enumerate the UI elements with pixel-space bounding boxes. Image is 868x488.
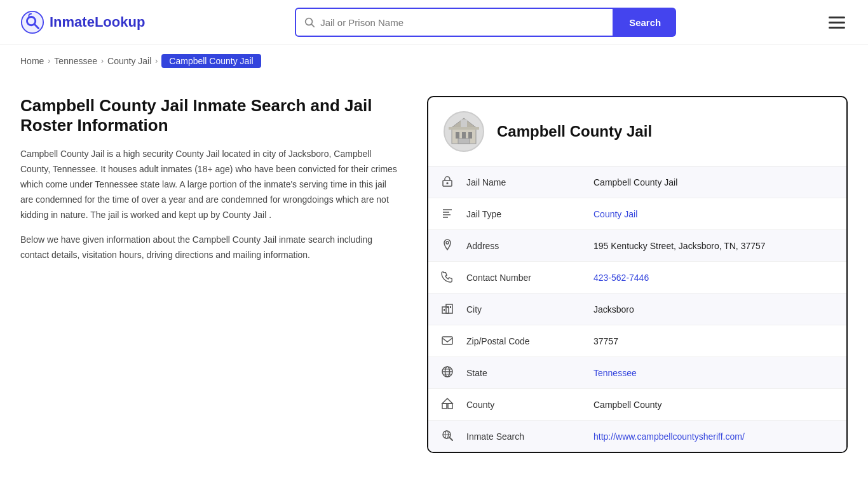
- svg-rect-11: [461, 119, 467, 128]
- svg-line-4: [311, 24, 314, 27]
- svg-rect-6: [456, 132, 459, 139]
- breadcrumb-chevron-1: ›: [48, 57, 50, 65]
- svg-rect-23: [447, 306, 449, 308]
- svg-point-0: [22, 11, 43, 33]
- breadcrumb: Home › Tennessee › County Jail › Campbel…: [0, 45, 868, 77]
- county-icon: [428, 389, 454, 421]
- svg-rect-31: [442, 403, 447, 409]
- jail-icon: [428, 166, 454, 198]
- svg-rect-12: [449, 127, 479, 130]
- logo-text: InmateLookup: [50, 14, 145, 30]
- table-row: CityJacksboro: [428, 294, 846, 325]
- table-label: Zip/Postal Code: [454, 325, 581, 357]
- list-icon: [428, 198, 454, 230]
- phone-icon: [428, 262, 454, 294]
- hamburger-line-1: [829, 17, 845, 18]
- info-table: Jail NameCampbell County JailJail TypeCo…: [428, 166, 846, 452]
- table-value[interactable]: Tennessee: [581, 357, 846, 389]
- breadcrumb-jail-type[interactable]: County Jail: [107, 56, 151, 66]
- info-card: Campbell County Jail Jail NameCampbell C…: [427, 96, 848, 453]
- search-input[interactable]: [320, 17, 605, 28]
- svg-line-37: [450, 438, 453, 441]
- main-content: Campbell County Jail Inmate Search and J…: [0, 77, 868, 478]
- hamburger-menu[interactable]: [826, 14, 848, 31]
- table-row: Inmate Searchhttp://www.campbellcountysh…: [428, 421, 846, 452]
- mail-icon: [428, 325, 454, 357]
- search-globe-icon: [428, 421, 454, 452]
- city-icon: [428, 294, 454, 325]
- logo[interactable]: InmateLookup: [20, 10, 145, 34]
- page-description-2: Below we have given information about th…: [20, 233, 402, 263]
- table-value[interactable]: 423-562-7446: [581, 262, 846, 294]
- table-row: Address195 Kentucky Street, Jacksboro, T…: [428, 230, 846, 262]
- search-icon: [304, 17, 315, 28]
- page-description-1: Campbell County Jail is a high security …: [20, 147, 402, 222]
- breadcrumb-state[interactable]: Tennessee: [54, 56, 97, 66]
- hamburger-line-3: [829, 27, 845, 29]
- pin-icon: [428, 230, 454, 262]
- table-label: Jail Type: [454, 198, 581, 230]
- info-card-title: Campbell County Jail: [497, 123, 652, 140]
- table-value: Campbell County Jail: [581, 166, 846, 198]
- table-row: Jail TypeCounty Jail: [428, 198, 846, 230]
- table-value: 37757: [581, 325, 846, 357]
- table-row: Jail NameCampbell County Jail: [428, 166, 846, 198]
- svg-marker-33: [442, 398, 452, 403]
- left-column: Campbell County Jail Inmate Search and J…: [20, 96, 427, 453]
- svg-point-19: [446, 241, 449, 244]
- table-value[interactable]: http://www.campbellcountysheriff.com/: [581, 421, 846, 452]
- table-label: Contact Number: [454, 262, 581, 294]
- table-value: 195 Kentucky Street, Jacksboro, TN, 3775…: [581, 230, 846, 262]
- table-value[interactable]: County Jail: [581, 198, 846, 230]
- svg-rect-7: [462, 132, 466, 139]
- page-title: Campbell County Jail Inmate Search and J…: [20, 96, 402, 135]
- table-value: Campbell County: [581, 389, 846, 421]
- svg-rect-14: [447, 182, 449, 184]
- header: InmateLookup Search: [0, 0, 868, 45]
- table-label: Jail Name: [454, 166, 581, 198]
- svg-rect-32: [448, 403, 452, 409]
- hamburger-line-2: [829, 22, 845, 24]
- table-row: Zip/Postal Code37757: [428, 325, 846, 357]
- svg-rect-24: [450, 306, 451, 308]
- info-card-header: Campbell County Jail: [428, 97, 846, 166]
- table-label: Address: [454, 230, 581, 262]
- right-column: Campbell County Jail Jail NameCampbell C…: [427, 96, 848, 453]
- table-label: State: [454, 357, 581, 389]
- table-row: Contact Number423-562-7446: [428, 262, 846, 294]
- table-row: CountyCampbell County: [428, 389, 846, 421]
- svg-rect-21: [446, 304, 452, 313]
- logo-icon: [20, 10, 44, 34]
- search-button[interactable]: Search: [614, 8, 676, 37]
- search-input-wrap: [295, 8, 614, 37]
- table-label: City: [454, 294, 581, 325]
- breadcrumb-chevron-3: ›: [155, 57, 158, 65]
- table-value: Jacksboro: [581, 294, 846, 325]
- svg-rect-9: [458, 139, 470, 144]
- breadcrumb-chevron-2: ›: [101, 57, 104, 65]
- breadcrumb-home[interactable]: Home: [20, 56, 44, 66]
- table-row: StateTennessee: [428, 357, 846, 389]
- search-bar: Search: [295, 8, 676, 37]
- svg-rect-25: [442, 337, 452, 344]
- breadcrumb-current: Campbell County Jail: [161, 54, 261, 68]
- table-label: County: [454, 389, 581, 421]
- svg-rect-8: [468, 132, 472, 139]
- globe-icon: [428, 357, 454, 389]
- table-label: Inmate Search: [454, 421, 581, 452]
- avatar: [444, 111, 484, 152]
- svg-rect-22: [444, 309, 445, 311]
